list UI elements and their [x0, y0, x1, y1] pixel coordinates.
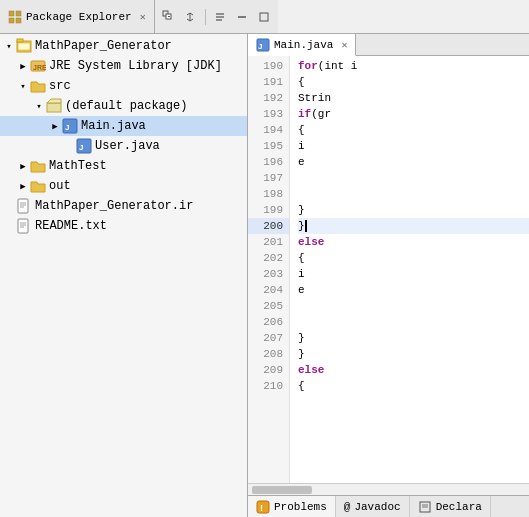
- package-explorer-tab[interactable]: Package Explorer ✕: [0, 0, 155, 33]
- code-line-203: i: [298, 266, 529, 282]
- minimize-button[interactable]: [232, 7, 252, 27]
- editor-tab-java-icon: J: [256, 38, 270, 52]
- svg-text:JRE: JRE: [33, 64, 46, 71]
- bottom-tab-declaration[interactable]: Declara: [410, 496, 491, 518]
- tree-item-src[interactable]: ▾ src: [0, 76, 247, 96]
- folder-icon-out: [30, 178, 46, 194]
- code-line-195: i: [298, 138, 529, 154]
- tree-item-readme[interactable]: README.txt: [0, 216, 247, 236]
- main-java-label: Main.java: [81, 119, 146, 133]
- top-bar: Package Explorer ✕: [0, 0, 529, 34]
- line-number-192: 192: [248, 90, 289, 106]
- collapse-all-button[interactable]: [159, 7, 179, 27]
- src-icon: [30, 78, 46, 94]
- folder-icon-mathtest: [30, 158, 46, 174]
- editor-tab-close[interactable]: ✕: [341, 39, 347, 51]
- arrow-main-java: ▶: [48, 121, 62, 132]
- arrow-project: ▾: [2, 41, 16, 52]
- java-icon-user: J: [76, 138, 92, 154]
- toolbar-separator: [205, 9, 206, 25]
- project-icon: [16, 38, 32, 54]
- tree-item-mathtest[interactable]: ▶ MathTest: [0, 156, 247, 176]
- line-number-199: 199: [248, 202, 289, 218]
- line-number-190: 190: [248, 58, 289, 74]
- editor-tab-main[interactable]: J Main.java ✕: [248, 34, 356, 56]
- line-number-203: 203: [248, 266, 289, 282]
- editor-tab-bar: J Main.java ✕: [248, 34, 529, 56]
- line-number-209: 209: [248, 362, 289, 378]
- code-line-199: }: [298, 202, 529, 218]
- file-icon-classpath: [16, 198, 32, 214]
- package-explorer-icon: [8, 10, 22, 24]
- svg-rect-3: [16, 18, 21, 23]
- svg-rect-28: [18, 219, 28, 233]
- tree-item-jre[interactable]: ▶ JRE JRE System Library [JDK]: [0, 56, 247, 76]
- line-number-198: 198: [248, 186, 289, 202]
- editor-panel: J Main.java ✕ 19019119219319419519619719…: [248, 34, 529, 517]
- h-scroll-thumb[interactable]: [252, 486, 312, 494]
- declaration-icon: [418, 500, 432, 514]
- line-number-201: 201: [248, 234, 289, 250]
- svg-marker-19: [47, 99, 61, 103]
- svg-rect-18: [47, 103, 61, 112]
- maximize-button[interactable]: [254, 7, 274, 27]
- tree-item-project[interactable]: ▾ MathPaper_Generator: [0, 36, 247, 56]
- readme-label: README.txt: [35, 219, 107, 233]
- bottom-tab-javadoc[interactable]: @ Javadoc: [336, 496, 410, 518]
- declaration-label: Declara: [436, 501, 482, 513]
- tree-item-default-package[interactable]: ▾ (default package): [0, 96, 247, 116]
- code-area[interactable]: for(int i { Strin if(gr { i e } } else {…: [290, 56, 529, 483]
- code-line-208: }: [298, 346, 529, 362]
- line-numbers: 1901911921931941951961971981992002012022…: [248, 56, 290, 483]
- svg-rect-34: [257, 501, 269, 513]
- default-package-label: (default package): [65, 99, 187, 113]
- package-icon: [46, 98, 62, 114]
- arrow-src: ▾: [16, 81, 30, 92]
- package-explorer-close[interactable]: ✕: [140, 11, 146, 23]
- line-number-200: 200: [248, 218, 289, 234]
- editor-area[interactable]: 1901911921931941951961971981992002012022…: [248, 56, 529, 483]
- problems-label: Problems: [274, 501, 327, 513]
- mathtest-label: MathTest: [49, 159, 107, 173]
- javadoc-icon: @: [344, 501, 351, 513]
- code-line-205: [298, 298, 529, 314]
- svg-rect-0: [9, 11, 14, 16]
- tree-item-out[interactable]: ▶ out: [0, 176, 247, 196]
- java-icon-main: J: [62, 118, 78, 134]
- explorer-toolbar-area: [155, 0, 278, 33]
- line-number-207: 207: [248, 330, 289, 346]
- problems-icon: !: [256, 500, 270, 514]
- line-number-202: 202: [248, 250, 289, 266]
- tree-item-main-java[interactable]: ▶ J Main.java: [0, 116, 247, 136]
- line-number-206: 206: [248, 314, 289, 330]
- code-line-210: {: [298, 378, 529, 394]
- explorer-tree[interactable]: ▾ MathPaper_Generator ▶ JRE: [0, 34, 247, 517]
- src-label: src: [49, 79, 71, 93]
- tree-item-user-java[interactable]: J User.java: [0, 136, 247, 156]
- arrow-jre: ▶: [16, 61, 30, 72]
- file-icon-readme: [16, 218, 32, 234]
- arrow-default-package: ▾: [32, 101, 46, 112]
- svg-rect-1: [16, 11, 21, 16]
- svg-rect-2: [9, 18, 14, 23]
- line-number-205: 205: [248, 298, 289, 314]
- svg-text:J: J: [258, 42, 262, 51]
- view-menu-button[interactable]: [210, 7, 230, 27]
- code-line-202: {: [298, 250, 529, 266]
- project-label: MathPaper_Generator: [35, 39, 172, 53]
- arrow-out: ▶: [16, 181, 30, 192]
- code-line-191: {: [298, 74, 529, 90]
- code-line-196: e: [298, 154, 529, 170]
- main-content: ▾ MathPaper_Generator ▶ JRE: [0, 34, 529, 517]
- svg-rect-14: [17, 39, 23, 42]
- h-scrollbar[interactable]: [248, 483, 529, 495]
- svg-text:!: !: [260, 503, 263, 513]
- bottom-tab-problems[interactable]: ! Problems: [248, 496, 336, 518]
- link-editor-button[interactable]: [181, 7, 201, 27]
- code-line-193: if(gr: [298, 106, 529, 122]
- line-number-195: 195: [248, 138, 289, 154]
- line-number-204: 204: [248, 282, 289, 298]
- code-line-200: }: [298, 218, 529, 234]
- tree-item-classpath[interactable]: MathPaper_Generator.ir: [0, 196, 247, 216]
- javadoc-label: Javadoc: [354, 501, 400, 513]
